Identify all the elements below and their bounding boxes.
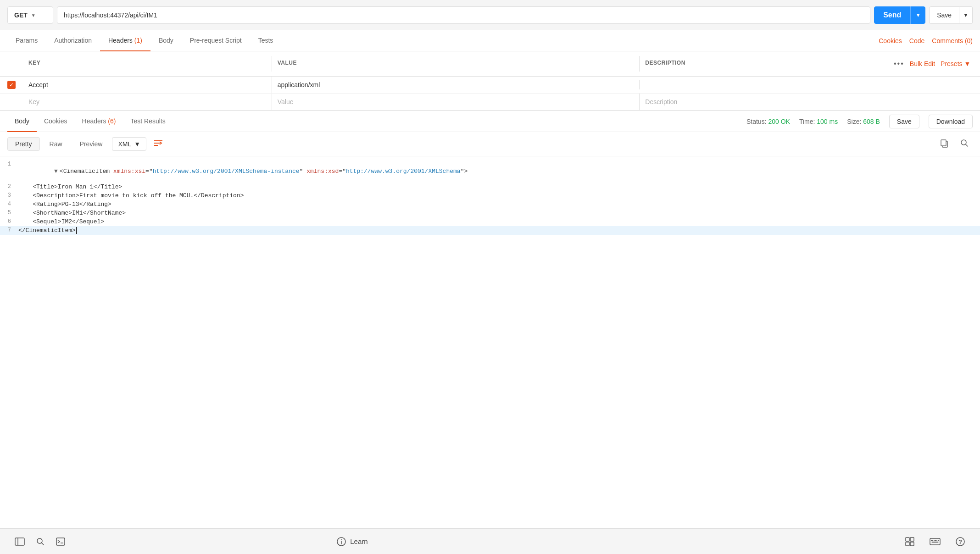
resp-tab-cookies[interactable]: Cookies — [37, 111, 75, 132]
code-line-3: 3 <Description>First movie to kick off t… — [0, 191, 980, 200]
key-col-header: KEY — [23, 56, 272, 72]
row-value-cell[interactable]: application/xml — [272, 77, 640, 93]
col-actions-header: ••• Bulk Edit Presets ▼ — [888, 56, 980, 72]
preview-button[interactable]: Preview — [72, 137, 111, 151]
headers-table: KEY VALUE DESCRIPTION ••• Bulk Edit Pres… — [0, 51, 980, 111]
resp-tab-body[interactable]: Body — [7, 111, 37, 132]
tab-authorization[interactable]: Authorization — [46, 30, 100, 51]
time-value: 100 ms — [817, 118, 838, 125]
svg-rect-16 — [906, 537, 909, 541]
svg-text:?: ? — [958, 538, 962, 545]
collapse-arrow[interactable]: ▼ — [54, 168, 58, 175]
svg-point-14 — [341, 539, 342, 540]
learn-section[interactable]: Learn — [336, 537, 368, 547]
sidebar-toggle-button[interactable] — [9, 534, 30, 549]
keyboard-button[interactable] — [924, 534, 946, 549]
svg-line-10 — [42, 543, 44, 545]
search-button[interactable] — [956, 137, 973, 152]
format-chevron-icon: ▼ — [134, 140, 140, 148]
time-label: Time: 100 ms — [799, 118, 838, 125]
raw-button[interactable]: Raw — [42, 137, 70, 151]
empty-value-cell[interactable]: Value — [272, 94, 640, 110]
tab-prerequest[interactable]: Pre-request Script — [182, 30, 250, 51]
row-actions — [888, 81, 980, 89]
resp-tab-headers[interactable]: Headers (6) — [75, 111, 123, 132]
comments-link[interactable]: Comments (0) — [932, 37, 973, 44]
request-tabs: Params Authorization Headers (1) Body Pr… — [0, 30, 980, 51]
tab-body[interactable]: Body — [150, 30, 182, 51]
svg-rect-4 — [941, 140, 946, 146]
save-dropdown-button[interactable]: ▼ — [959, 6, 973, 24]
send-button[interactable]: Send — [874, 6, 910, 24]
check-col-header — [0, 56, 23, 72]
response-meta: Status: 200 OK Time: 100 ms Size: 608 B … — [746, 115, 973, 128]
copy-button[interactable] — [936, 137, 952, 152]
url-bar: GET ▼ Send ▼ Save ▼ — [0, 0, 980, 30]
svg-rect-18 — [906, 542, 909, 546]
table-row: ✓ Accept application/xml — [0, 77, 980, 94]
learn-label: Learn — [350, 537, 368, 545]
format-bar: Pretty Raw Preview XML ▼ — [0, 132, 980, 156]
presets-button[interactable]: Presets ▼ — [941, 60, 970, 67]
help-button[interactable]: ? — [950, 533, 971, 550]
save-group: Save ▼ — [929, 6, 973, 24]
svg-rect-17 — [910, 537, 914, 541]
empty-row-actions — [888, 98, 980, 105]
send-dropdown-button[interactable]: ▼ — [910, 6, 925, 24]
svg-rect-19 — [910, 542, 914, 546]
row-desc-cell[interactable] — [639, 80, 888, 89]
code-link[interactable]: Code — [909, 37, 924, 44]
method-dropdown[interactable]: GET ▼ — [7, 6, 53, 24]
row-checkbox[interactable]: ✓ — [7, 81, 16, 89]
search-bottom-button[interactable] — [30, 533, 50, 550]
environment-button[interactable] — [899, 533, 920, 550]
pretty-button[interactable]: Pretty — [7, 137, 40, 151]
bulk-edit-button[interactable]: Bulk Edit — [910, 60, 935, 67]
response-download-button[interactable]: Download — [929, 115, 973, 128]
table-empty-row: Key Value Description — [0, 94, 980, 111]
method-chevron-icon: ▼ — [31, 13, 36, 18]
row-checkbox-col: ✓ — [0, 81, 23, 89]
table-header-row: KEY VALUE DESCRIPTION ••• Bulk Edit Pres… — [0, 51, 980, 77]
wrap-lines-button[interactable] — [148, 136, 168, 152]
more-options-button[interactable]: ••• — [894, 60, 904, 68]
send-group: Send ▼ — [874, 6, 925, 24]
code-editor[interactable]: 1 ▼<CinematicItem xmlns:xsi="http://www.… — [0, 156, 980, 294]
method-label: GET — [14, 11, 28, 19]
code-line-7: 7 </CinematicItem> — [0, 226, 980, 235]
response-save-button[interactable]: Save — [889, 115, 919, 128]
code-line-6: 6 <Sequel>IM2</Sequel> — [0, 217, 980, 226]
empty-desc-cell[interactable]: Description — [639, 94, 888, 110]
save-button[interactable]: Save — [929, 6, 959, 24]
right-tabs: Cookies Code Comments (0) — [879, 37, 973, 44]
value-col-header: VALUE — [272, 56, 640, 72]
cookies-link[interactable]: Cookies — [879, 37, 902, 44]
presets-chevron-icon: ▼ — [964, 60, 971, 67]
code-line-5: 5 <ShortName>IM1</ShortName> — [0, 209, 980, 217]
status-value: 200 OK — [768, 118, 790, 125]
response-tabs: Body Cookies Headers (6) Test Results St… — [0, 111, 980, 132]
format-dropdown[interactable]: XML ▼ — [112, 137, 146, 151]
svg-line-6 — [966, 144, 968, 146]
format-right-actions — [936, 137, 973, 152]
bottom-right-tools: ? — [899, 533, 971, 550]
row-key-cell[interactable]: Accept — [23, 77, 272, 93]
checkmark-icon: ✓ — [9, 82, 14, 88]
desc-col-header: DESCRIPTION — [639, 56, 888, 72]
empty-key-cell[interactable]: Key — [23, 94, 272, 110]
svg-rect-11 — [56, 538, 65, 545]
tab-tests[interactable]: Tests — [250, 30, 282, 51]
console-button[interactable] — [50, 534, 71, 549]
code-line-4: 4 <Rating>PG-13</Rating> — [0, 200, 980, 209]
response-section: Body Cookies Headers (6) Test Results St… — [0, 111, 980, 528]
tab-headers[interactable]: Headers (1) — [100, 30, 150, 51]
resp-tab-testresults[interactable]: Test Results — [123, 111, 173, 132]
bottom-toolbar: Learn ? — [0, 528, 980, 554]
svg-rect-7 — [15, 538, 24, 545]
status-label: Status: 200 OK — [746, 118, 790, 125]
tab-params[interactable]: Params — [7, 30, 46, 51]
size-label: Size: 608 B — [847, 118, 880, 125]
code-line-1: 1 ▼<CinematicItem xmlns:xsi="http://www.… — [0, 160, 980, 183]
url-input[interactable] — [57, 6, 870, 24]
size-value: 608 B — [863, 118, 880, 125]
